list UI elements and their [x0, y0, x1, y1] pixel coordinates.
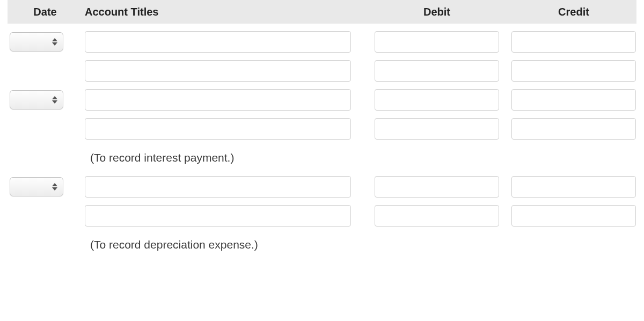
chevron-up-icon	[52, 183, 57, 186]
date-stepper[interactable]	[10, 90, 63, 110]
debit-input[interactable]	[375, 31, 499, 53]
account-title-input[interactable]	[85, 205, 351, 227]
chevron-down-icon	[52, 100, 57, 104]
stepper-arrows-icon	[52, 183, 58, 191]
note-text: (To record depreciation expense.)	[83, 238, 367, 251]
credit-input[interactable]	[511, 60, 636, 82]
chevron-down-icon	[52, 187, 57, 191]
note-row: (To record interest payment.)	[8, 140, 636, 169]
debit-input[interactable]	[375, 118, 499, 140]
chevron-down-icon	[52, 42, 57, 46]
debit-input[interactable]	[375, 60, 499, 82]
table-header: Date Account Titles Debit Credit	[8, 0, 636, 24]
debit-input[interactable]	[375, 205, 499, 227]
account-title-input[interactable]	[85, 60, 351, 82]
account-title-input[interactable]	[85, 118, 351, 140]
entry-row	[8, 169, 636, 198]
note-row: (To record depreciation expense.)	[8, 227, 636, 256]
debit-input[interactable]	[375, 176, 499, 198]
credit-input[interactable]	[511, 176, 636, 198]
header-date: Date	[8, 6, 83, 18]
credit-input[interactable]	[511, 31, 636, 53]
stepper-arrows-icon	[52, 38, 58, 46]
stepper-arrows-icon	[52, 96, 58, 104]
entry-row	[8, 53, 636, 82]
account-title-input[interactable]	[85, 176, 351, 198]
chevron-up-icon	[52, 96, 57, 99]
note-text: (To record interest payment.)	[83, 151, 367, 164]
date-stepper[interactable]	[10, 32, 63, 52]
credit-input[interactable]	[511, 118, 636, 140]
credit-input[interactable]	[511, 205, 636, 227]
header-account-titles: Account Titles	[83, 6, 367, 18]
entry-row	[8, 111, 636, 140]
entry-row	[8, 82, 636, 111]
header-debit: Debit	[367, 6, 507, 18]
entry-row	[8, 24, 636, 53]
date-stepper[interactable]	[10, 177, 63, 196]
account-title-input[interactable]	[85, 89, 351, 111]
header-credit: Credit	[507, 6, 641, 18]
credit-input[interactable]	[511, 89, 636, 111]
debit-input[interactable]	[375, 89, 499, 111]
account-title-input[interactable]	[85, 31, 351, 53]
chevron-up-icon	[52, 38, 57, 41]
entry-row	[8, 198, 636, 227]
